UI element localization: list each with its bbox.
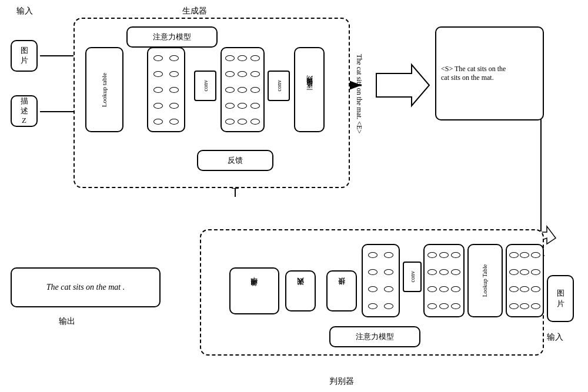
conv-top-2: conv (268, 71, 290, 101)
input-bottom-label: 输入 (547, 332, 563, 343)
sentence-top-container: The cat sits on the mat. <E> (350, 21, 368, 167)
output-sentence-box: The cat sits on the mat . (11, 267, 161, 307)
conv-top-1: conv (194, 71, 216, 101)
attention-model-top-box: 注意力模型 (126, 26, 218, 48)
svg-marker-11 (376, 65, 429, 106)
image-box-bottom: 图片 (547, 275, 574, 322)
discriminator-label: 判别器 (329, 376, 354, 387)
lookup-table-top: Lookup table (85, 47, 123, 132)
conv-bottom-1: conv (403, 262, 422, 292)
image-chip-box: 图片 (11, 40, 38, 72)
lookup-table-bottom: Lookup Table (467, 244, 503, 317)
diagram-container: 输入 生成器 注意力模型 图片 描述Z Lookup table conv co (0, 0, 588, 392)
attention-model-bottom-box: 注意力模型 (329, 326, 420, 347)
input-top-label: 输入 (16, 6, 33, 16)
output-text-box: <S> The cat sits on thecat sits on the m… (435, 26, 544, 120)
oval-grid-bottom-3 (506, 244, 544, 317)
output-label: 输出 (59, 316, 75, 327)
output-seq-box: 逐一输出词序列 (294, 47, 325, 132)
concat-box: 拼接 (326, 270, 357, 311)
word-embed-box: 词嵌入 (285, 270, 316, 311)
oval-grid-1 (147, 47, 185, 132)
oval-grid-bottom-2 (423, 244, 465, 317)
generator-label: 生成器 (182, 6, 207, 16)
feedback-box: 反馈 (197, 150, 273, 171)
word-prob-box: 单词模率 (229, 267, 279, 314)
oval-grid-bottom-1 (362, 244, 400, 317)
description-z-box: 描述Z (11, 95, 38, 127)
oval-grid-2 (220, 47, 265, 132)
